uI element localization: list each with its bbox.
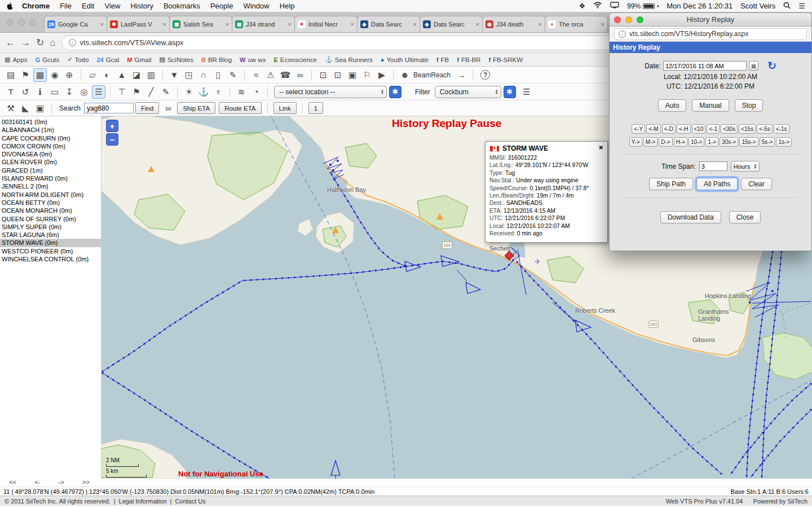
tab-close-icon[interactable]: × [288, 21, 292, 28]
menubar-menu[interactable]: People [210, 2, 233, 10]
forward-icon[interactable]: → [21, 37, 30, 49]
info-icon[interactable]: ℹ [33, 85, 47, 99]
zoom-window-button[interactable] [29, 19, 36, 26]
area-chart-icon[interactable]: ◪ [130, 68, 143, 82]
pager-button[interactable]: << [9, 479, 16, 485]
hr-date-input[interactable] [663, 61, 747, 71]
bookmark-item[interactable]: ⚓ Sea Runners [325, 56, 373, 63]
bookmark-item[interactable]: ● Youth Ultimate [381, 56, 429, 63]
refresh-icon[interactable]: ↻ [767, 60, 776, 71]
chart-wave-icon[interactable]: ≋ [235, 85, 248, 99]
route-eta-button[interactable]: Route ETA [219, 102, 261, 114]
hr-path-button[interactable]: Clear [741, 178, 772, 190]
elevation-icon[interactable]: ▲ [115, 68, 129, 82]
menubar-menu[interactable]: Help [280, 2, 295, 10]
hr-bottom-button[interactable]: Download Data [660, 211, 721, 224]
bar-chart-icon[interactable]: ▥ [144, 68, 158, 82]
bookmark-item[interactable]: ▦ Apps [5, 56, 28, 63]
contrast-icon[interactable]: ◐ [100, 68, 114, 82]
browser-tab[interactable]: ✶ Initial Necr × [294, 16, 358, 32]
document-icon[interactable]: ▯ [211, 68, 225, 82]
vessel-list-item[interactable]: 003160141 (0m) [0, 118, 101, 126]
hr-timespan-unit-select[interactable]: Hours ▲▼ [731, 161, 760, 172]
hr-mode-button[interactable]: Manual [692, 99, 729, 112]
location-select[interactable]: -- select location -- ▲▼ [274, 86, 387, 98]
hr-url-field[interactable]: i vts.siitech.com/VTS/HistoryReplay.aspx [614, 28, 807, 40]
search-input[interactable] [84, 103, 134, 113]
hr-step-back-button[interactable]: <10 [692, 124, 706, 134]
hr-path-button[interactable]: All Paths [696, 178, 738, 190]
menu-list-icon[interactable]: ☰ [520, 85, 533, 99]
hr-step-back-button[interactable]: <15s [739, 124, 756, 134]
flag-pin-icon[interactable]: ⚑ [130, 85, 143, 99]
hr-step-back-button[interactable]: <-5s [757, 124, 773, 134]
tab-close-icon[interactable]: × [476, 21, 479, 28]
menubar-menu[interactable]: Bookmarks [164, 2, 200, 10]
bookmark-item[interactable]: G Gcuts [36, 56, 60, 63]
ship-eta-button[interactable]: Ship ETA [177, 102, 215, 114]
hr-step-forward-button[interactable]: 5s-> [760, 137, 775, 147]
minimize-window-button[interactable] [18, 19, 25, 26]
hr-step-back-button[interactable]: <-Y [632, 124, 645, 134]
filter-select[interactable]: Cockburn ▲▼ [435, 86, 501, 98]
spotlight-icon[interactable] [783, 2, 791, 11]
save-icon[interactable]: ▣ [33, 102, 47, 115]
browser-tab[interactable]: ◆ Data Searc × [420, 16, 483, 32]
vessel-list-item[interactable]: STORM WAVE (0m) [0, 239, 101, 247]
apple-logo-icon[interactable] [7, 2, 14, 10]
bookmark-item[interactable]: ✓ Todo [67, 56, 89, 63]
vessel-list-item[interactable]: DIVONASEA (0m) [0, 150, 101, 158]
list-icon[interactable]: ☰ [92, 85, 105, 99]
chat-icon[interactable]: ▣ [346, 68, 359, 82]
site-info-icon[interactable]: i [69, 39, 76, 46]
close-window-button[interactable] [7, 19, 14, 26]
notification-center-icon[interactable]: ☰ [798, 2, 805, 10]
location-settings-button[interactable]: ✱ [389, 86, 401, 98]
vessel-list-item[interactable]: OCEAN BETTY (0m) [0, 199, 101, 207]
alarm-icon[interactable]: ⚠ [264, 68, 277, 82]
ruler-icon[interactable]: ╱ [144, 85, 158, 99]
popup-close-icon[interactable]: ✖ [599, 144, 603, 151]
browser-tab[interactable]: ▦ J34 strand × [232, 16, 295, 32]
menu-extra-icon[interactable]: ❖ [579, 2, 585, 10]
bookmark-item[interactable]: 24 Gcal [96, 56, 119, 63]
hr-bottom-button[interactable]: Close [729, 211, 761, 224]
hr-path-button[interactable]: Ship Path [649, 178, 693, 190]
vessel-list-item[interactable]: ISLAND REWARD (0m) [0, 174, 101, 182]
hr-step-back-button[interactable]: <-1 [707, 124, 720, 134]
funnel-icon[interactable]: ▼ [167, 68, 181, 82]
browser-tab[interactable]: ◆ Data Searc × [357, 16, 420, 32]
page-1-button[interactable]: 1 [308, 102, 323, 114]
tab-close-icon[interactable]: × [601, 21, 604, 28]
browser-tab[interactable]: ● The orca × [545, 16, 608, 32]
browser-tab[interactable]: ✱ LastPass V × [107, 16, 170, 32]
camera-target2-icon[interactable]: ⊡ [331, 68, 345, 82]
tab-close-icon[interactable]: × [351, 21, 354, 28]
pencil-icon[interactable]: ✎ [159, 85, 173, 99]
globe-edit-icon[interactable]: ✎ [226, 68, 240, 82]
bookmark-item[interactable]: E Econscience [273, 56, 317, 63]
reload-icon[interactable]: ↻ [36, 37, 44, 49]
camera-target-icon[interactable]: ⊡ [316, 68, 330, 82]
help-icon[interactable]: ? [480, 70, 490, 80]
sun-icon[interactable]: ☀ [182, 85, 196, 99]
vessel-list-item[interactable]: QUEEN OF SURREY (0m) [0, 215, 101, 223]
hr-step-forward-button[interactable]: 30s-> [720, 137, 738, 147]
pager-button[interactable]: >> [82, 479, 90, 485]
clock-icon[interactable]: ◔ [249, 85, 263, 99]
display-icon[interactable] [610, 2, 619, 10]
active-app-name[interactable]: Chrome [22, 2, 50, 10]
hr-timespan-input[interactable] [699, 161, 727, 171]
vessel-list-item[interactable]: OCEAN MONARCH (0m) [0, 207, 101, 214]
binoculars-icon[interactable]: ∞ [293, 68, 307, 82]
vessel-list-item[interactable]: SIMPLY SUPER (0m) [0, 223, 101, 231]
tab-close-icon[interactable]: × [163, 21, 166, 28]
menubar-menu[interactable]: History [130, 2, 153, 10]
contact-link[interactable]: Contact Us [175, 498, 205, 505]
home-icon[interactable]: ⌂ [50, 37, 55, 49]
bookmark-item[interactable]: f FB-BR [457, 56, 480, 63]
hr-step-back-button[interactable]: <-D [662, 124, 676, 134]
bookmark-item[interactable]: B BR Blog [201, 56, 232, 63]
vessel-list-item[interactable]: NORTH ARM DILIGENT (0m) [0, 191, 101, 199]
calendar-picker-icon[interactable]: ▦ [749, 61, 758, 71]
